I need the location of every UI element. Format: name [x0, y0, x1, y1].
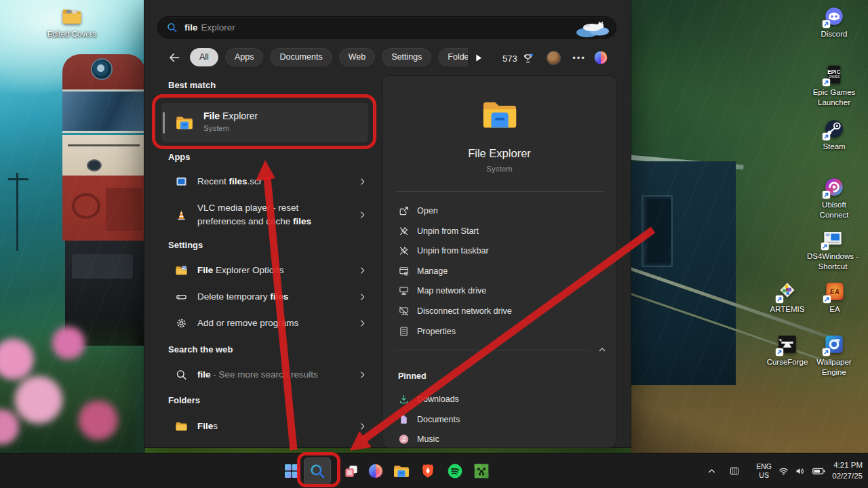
desktop-icon-artemis[interactable]: ARTEMIS: [760, 281, 814, 314]
bing-cloud-cat-art[interactable]: [574, 18, 612, 38]
pinned-music[interactable]: Music: [383, 429, 616, 449]
battery-icon[interactable]: [811, 464, 826, 479]
shortcut-arrow-icon: [822, 132, 831, 141]
desktop-icon-epic-games[interactable]: Epic Games Launcher: [807, 64, 861, 108]
file-explorer-folder-icon: [175, 113, 194, 132]
tab-settings[interactable]: Settings: [382, 48, 431, 66]
taskbar-minecraft-button[interactable]: [468, 458, 495, 485]
action-properties[interactable]: Properties: [383, 321, 616, 342]
result-recent-files-scr[interactable]: Recent files.scr: [161, 170, 373, 193]
desktop-icon-ea[interactable]: EA: [808, 281, 862, 314]
desktop-icon-edited-covers[interactable]: Edited Covers: [45, 5, 99, 39]
tab-folders[interactable]: Folders: [438, 48, 468, 66]
pinned-label: Documents: [417, 415, 460, 424]
result-add-remove-programs[interactable]: Add or remove programs: [161, 312, 373, 335]
taskbar-spotify-button[interactable]: [441, 458, 469, 485]
user-avatar[interactable]: [547, 51, 561, 65]
chevron-right-icon[interactable]: [357, 210, 368, 220]
section-header-web: Search the web: [168, 344, 233, 354]
tab-documents[interactable]: Documents: [270, 48, 332, 66]
taskbar-notes-button[interactable]: [338, 458, 365, 485]
shortcut-arrow-icon: [822, 348, 831, 357]
scroll-tabs-button[interactable]: [473, 52, 485, 64]
result-delete-temporary-files[interactable]: Delete temporary files: [161, 285, 373, 308]
desktop-icon-label: Edited Covers: [45, 29, 99, 39]
rewards-counter[interactable]: 573: [502, 51, 534, 66]
chevron-right-icon[interactable]: [357, 422, 368, 432]
search-icon: [166, 22, 178, 33]
sticky-notes-icon: [342, 462, 360, 480]
tab-all[interactable]: All: [190, 48, 218, 66]
pinned-header: Pinned: [398, 371, 427, 381]
more-options-button[interactable]: •••: [570, 51, 588, 66]
tab-apps[interactable]: Apps: [225, 48, 264, 66]
result-file-explorer-options[interactable]: File Explorer Options: [161, 259, 373, 282]
action-open[interactable]: Open: [383, 201, 616, 221]
pinned-downloads[interactable]: Downloads: [383, 389, 616, 409]
chevron-right-icon[interactable]: [357, 370, 368, 380]
action-disconnect-network-drive[interactable]: Disconnect network drive: [383, 301, 616, 321]
result-text: Files: [197, 420, 343, 433]
result-text: Recent files.scr: [197, 175, 343, 188]
chevron-right-icon[interactable]: [357, 319, 368, 329]
result-text: Add or remove programs: [197, 317, 343, 330]
action-label: Unpin from taskbar: [417, 246, 489, 256]
tab-web[interactable]: Web: [339, 48, 375, 66]
rewards-trophy-icon: [521, 52, 534, 65]
volume-icon[interactable]: [794, 466, 806, 477]
collapse-button[interactable]: [597, 344, 608, 355]
chevron-right-icon[interactable]: [357, 177, 368, 187]
best-match-file-explorer[interactable]: File Explorer System: [161, 103, 368, 142]
taskbar-search-button[interactable]: [304, 458, 331, 485]
language-indicator[interactable]: ENG US: [756, 462, 772, 480]
tray-app-icon[interactable]: [728, 465, 741, 477]
result-web-search[interactable]: file - See more search results: [161, 363, 373, 386]
desktop-icon-ubisoft-connect[interactable]: Ubisoft Connect: [807, 176, 861, 220]
file-explorer-icon: [393, 462, 410, 480]
pinned-documents[interactable]: Documents: [383, 409, 616, 430]
manage-icon: [398, 266, 410, 277]
shortcut-arrow-icon: [822, 78, 831, 87]
search-suggestion-text: Explorer: [201, 22, 235, 33]
tray-overflow-button[interactable]: [706, 466, 717, 477]
storage-cleaner-icon: [175, 291, 188, 304]
desktop-icon-wallpaper-engine[interactable]: Wallpaper Engine: [807, 333, 861, 378]
network-drive-off-icon: [398, 306, 410, 317]
open-icon: [398, 205, 410, 217]
taskbar-file-explorer-button[interactable]: [388, 458, 415, 485]
taskbar-brave-button[interactable]: [414, 458, 441, 485]
clock[interactable]: 4:21 PM 02/27/25: [832, 460, 863, 481]
gear-icon: [175, 317, 188, 330]
divider: [395, 191, 604, 192]
desktop-icon-label: CurseForge: [760, 357, 814, 367]
wifi-icon[interactable]: [778, 466, 789, 477]
action-unpin-start[interactable]: Unpin from Start: [383, 221, 616, 241]
action-map-network-drive[interactable]: Map network drive: [383, 281, 616, 301]
desktop-icon-label: Epic Games Launcher: [807, 87, 861, 108]
back-button[interactable]: [167, 51, 182, 66]
train-illustration: [62, 54, 145, 346]
action-unpin-taskbar[interactable]: Unpin from taskbar: [383, 241, 616, 261]
action-label: Map network drive: [417, 286, 486, 296]
desktop-icon-discord[interactable]: Discord: [807, 5, 861, 39]
search-input[interactable]: file Explorer: [157, 16, 616, 39]
chevron-right-icon[interactable]: [357, 266, 368, 276]
taskbar-start-button[interactable]: [278, 458, 305, 485]
language-line2: US: [756, 471, 772, 480]
desktop-icon-steam[interactable]: Steam: [807, 118, 861, 152]
chevron-right-icon[interactable]: [357, 292, 368, 302]
result-vlc-reset[interactable]: VLC media player - reset preferences and…: [161, 197, 373, 232]
action-manage[interactable]: Manage: [383, 261, 616, 281]
file-explorer-folder-icon: [480, 95, 519, 134]
section-header-folders: Folders: [168, 395, 200, 405]
taskbar-copilot-button[interactable]: [362, 458, 389, 485]
result-files-folder[interactable]: Files: [161, 415, 373, 438]
desktop-icon-label: ARTEMIS: [760, 304, 814, 314]
desktop-icon-label: EA: [808, 304, 862, 314]
desktop-icon-ds4windows[interactable]: DS4Windows - Shortcut: [806, 228, 860, 272]
section-header-apps: Apps: [168, 152, 191, 162]
copilot-button[interactable]: [593, 49, 609, 66]
wallpaper-left-scene: [0, 0, 145, 453]
desktop-icon-curseforge[interactable]: CurseForge: [760, 333, 814, 367]
spotify-icon: [446, 462, 464, 480]
